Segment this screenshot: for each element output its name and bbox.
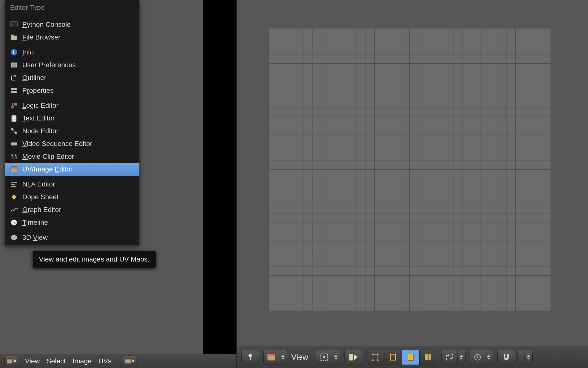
pivot-selector[interactable]: [316, 350, 340, 365]
island-mode-icon: [424, 353, 433, 362]
menu-item-label: Timeline: [22, 219, 48, 226]
sticky-selection-selector[interactable]: [441, 350, 466, 365]
outliner-icon: [10, 74, 18, 82]
editor-type-item-outliner[interactable]: Outliner: [5, 71, 139, 84]
prefs-icon: [10, 61, 18, 69]
select-mode-vertex[interactable]: [367, 350, 384, 365]
text-icon: [10, 114, 18, 122]
panel-right: View: [236, 0, 588, 368]
svg-rect-40: [7, 359, 12, 360]
select-mode-island[interactable]: [419, 350, 437, 365]
editor-type-selector-right[interactable]: [263, 350, 287, 365]
svg-rect-3: [11, 35, 14, 36]
menu-image[interactable]: Image: [73, 357, 92, 365]
uv-grid: [268, 28, 551, 311]
menu-item-label: Dope Sheet: [22, 193, 59, 201]
menu-item-label: Video Sequence Editor: [22, 140, 92, 148]
snap-toggle[interactable]: [497, 350, 515, 365]
menu-item-label: Graph Editor: [22, 206, 61, 214]
svg-rect-9: [12, 66, 16, 66]
right-editor-header: View: [237, 346, 588, 368]
svg-text:i: i: [13, 50, 14, 55]
proportional-editing-selector[interactable]: [470, 350, 493, 365]
editor-type-item-info[interactable]: iInfo: [5, 46, 139, 59]
updown-arrows-icon: [13, 359, 16, 363]
menu-separator: [5, 45, 139, 45]
image-icon: [125, 358, 131, 364]
pivot-boundingbox-icon: [320, 353, 329, 362]
dope-icon: [10, 193, 18, 201]
editor-type-item-file-browser[interactable]: File Browser: [5, 31, 139, 44]
svg-rect-58: [429, 354, 431, 360]
uv-image-canvas[interactable]: [268, 28, 551, 311]
menu-view[interactable]: View: [25, 357, 40, 365]
image-editor-icon: [267, 354, 275, 361]
svg-point-48: [323, 356, 325, 358]
svg-rect-49: [349, 354, 353, 361]
left-editor-header: View Select Image UVs: [0, 354, 236, 368]
logic-icon: [10, 102, 18, 109]
menu-item-label: Properties: [22, 87, 54, 94]
svg-point-61: [450, 358, 452, 359]
updown-arrows-icon: [485, 350, 493, 365]
svg-point-52: [377, 354, 379, 355]
pin-button[interactable]: [241, 350, 259, 365]
image-browse-button[interactable]: [123, 356, 136, 366]
svg-rect-2: [11, 36, 17, 40]
svg-rect-28: [11, 145, 17, 146]
svg-rect-29: [12, 156, 17, 159]
sync-mesh-icon: [348, 353, 358, 362]
menu-separator: [5, 98, 139, 98]
editor-type-item-properties[interactable]: Properties: [5, 84, 139, 97]
graph-icon: [10, 206, 18, 214]
editor-type-item-text-editor[interactable]: Text Editor: [5, 112, 139, 125]
menu-item-label: User Preferences: [22, 61, 76, 69]
svg-marker-35: [11, 194, 17, 200]
updown-arrows-icon: [279, 350, 287, 365]
properties-icon: [10, 87, 18, 94]
updown-arrows-icon: [332, 350, 340, 365]
editor-type-selector[interactable]: [4, 356, 18, 366]
editor-type-item-user-preferences[interactable]: User Preferences: [5, 59, 139, 71]
pin-icon: [246, 353, 254, 361]
svg-rect-16: [11, 91, 17, 93]
menu-item-label: File Browser: [22, 33, 61, 41]
menu-item-label: UV/Image Editor: [22, 165, 73, 173]
filebrowser-icon: [10, 33, 18, 41]
editor-type-item-logic-editor[interactable]: Logic Editor: [5, 99, 139, 112]
select-mode-face[interactable]: [402, 350, 419, 365]
svg-rect-27: [11, 142, 17, 143]
image-editor-icon: [6, 358, 13, 364]
editor-type-item-movie-clip-editor[interactable]: Movie Clip Editor: [5, 150, 139, 163]
menu-view-right[interactable]: View: [291, 353, 308, 362]
updown-arrows-icon: [132, 359, 135, 363]
snap-element-selector[interactable]: [517, 350, 533, 365]
select-mode-edge[interactable]: [384, 350, 402, 365]
editor-type-item-timeline[interactable]: Timeline: [5, 216, 139, 229]
menu-select[interactable]: Select: [47, 357, 66, 365]
editor-type-item-graph-editor[interactable]: Graph Editor: [5, 203, 139, 216]
console-icon: >_: [10, 21, 18, 28]
vse-icon: [10, 140, 18, 148]
editor-type-item-nla-editor[interactable]: NLA Editor: [5, 178, 139, 191]
editor-type-item-node-editor[interactable]: Node Editor: [5, 125, 139, 137]
timeline-icon: [10, 219, 18, 226]
svg-point-60: [447, 355, 449, 356]
svg-point-63: [477, 356, 478, 358]
edge-mode-icon: [389, 353, 397, 362]
svg-point-51: [372, 354, 374, 355]
editor-type-item-uv-image-editor[interactable]: UV/Image Editor: [5, 163, 139, 176]
editor-type-item-video-sequence-editor[interactable]: Video Sequence Editor: [5, 137, 139, 150]
editor-type-menu: Editor Type >_Python ConsoleFile Browser…: [4, 0, 140, 246]
editor-type-item-3d-view[interactable]: 3D View: [5, 231, 139, 244]
editor-type-item-python-console[interactable]: >_Python Console: [5, 18, 139, 31]
face-mode-icon: [406, 353, 415, 362]
editor-type-menu-title: Editor Type: [5, 0, 139, 16]
svg-rect-6: [11, 63, 17, 67]
editor-type-item-dope-sheet[interactable]: Dope Sheet: [5, 191, 139, 203]
menu-item-label: Outliner: [22, 74, 46, 82]
uv-select-mode: [367, 350, 437, 365]
svg-rect-31: [11, 167, 17, 169]
menu-uvs[interactable]: UVs: [98, 357, 111, 365]
sync-selection-button[interactable]: [344, 350, 362, 365]
